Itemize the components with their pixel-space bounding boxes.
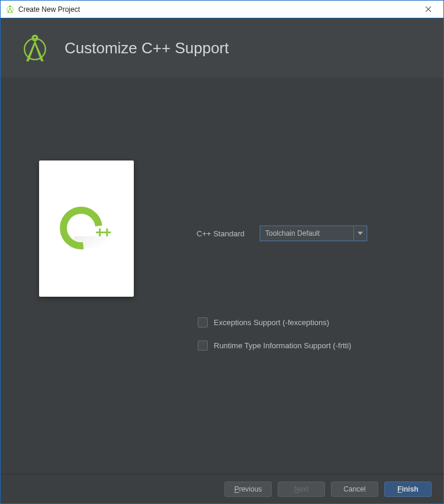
title-bar[interactable]: Create New Project (1, 1, 443, 18)
cpp-logo-icon: ++ (60, 202, 113, 255)
wizard-content: ++ C++ Standard Toolchain Default Except… (1, 78, 443, 474)
android-studio-icon (5, 5, 15, 14)
wizard-footer: Previous Next Cancel Finish @51CTO博客 (1, 474, 443, 503)
rtti-support-option: Runtime Type Information Support (-frtti… (198, 341, 351, 351)
cancel-button[interactable]: Cancel (331, 481, 378, 497)
exceptions-support-label: Exceptions Support (-fexceptions) (214, 318, 329, 327)
finish-button[interactable]: Finish (384, 481, 432, 497)
exceptions-support-option: Exceptions Support (-fexceptions) (198, 317, 329, 328)
preview-card: ++ (39, 160, 134, 297)
cpp-standard-label: C++ Standard (197, 229, 244, 238)
rtti-support-checkbox[interactable] (198, 341, 208, 351)
create-project-dialog: Create New Project Customize C++ Support… (0, 0, 444, 504)
page-title: Customize C++ Support (65, 39, 229, 57)
cpp-standard-select[interactable]: Toolchain Default (260, 226, 367, 241)
previous-button[interactable]: Previous (224, 481, 272, 497)
window-title: Create New Project (18, 5, 417, 14)
exceptions-support-checkbox[interactable] (198, 317, 208, 328)
wizard-header: Customize C++ Support (1, 18, 443, 78)
chevron-down-icon (353, 226, 366, 240)
close-button[interactable] (417, 1, 439, 18)
rtti-support-label: Runtime Type Information Support (-frtti… (214, 341, 351, 350)
cpp-standard-value: Toolchain Default (260, 226, 353, 240)
android-studio-compass-icon (18, 31, 52, 65)
next-button: Next (278, 481, 325, 497)
